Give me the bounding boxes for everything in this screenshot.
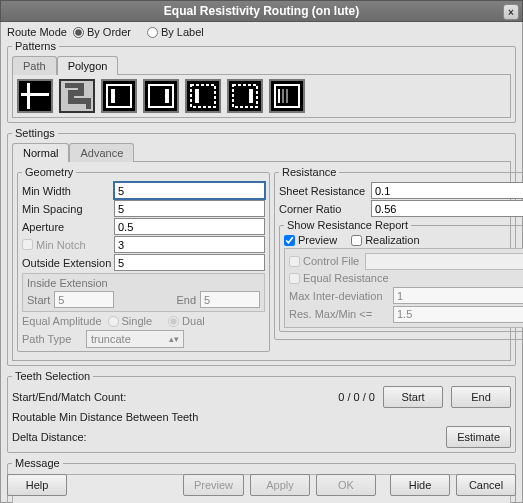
min-notch-input[interactable] — [114, 236, 265, 253]
help-button[interactable]: Help — [7, 474, 67, 496]
report-sub-group: Control File … Equal Resistance Max Inte… — [284, 248, 523, 328]
min-spacing-label: Min Spacing — [22, 203, 114, 215]
max-inter-dev-input — [393, 287, 523, 304]
inside-start-input — [54, 291, 114, 308]
teeth-end-button[interactable]: End — [451, 386, 511, 408]
preview-button[interactable]: Preview — [183, 474, 244, 496]
resistance-legend: Resistance — [279, 166, 339, 178]
pattern-swatch-3[interactable] — [101, 79, 137, 113]
svg-rect-9 — [233, 85, 257, 107]
route-mode-by-order[interactable]: By Order — [73, 26, 131, 38]
estimate-button[interactable]: Estimate — [446, 426, 511, 448]
control-file-input — [365, 253, 523, 270]
pattern-swatch-5[interactable] — [185, 79, 221, 113]
res-maxmin-input — [393, 306, 523, 323]
tab-polygon[interactable]: Polygon — [57, 56, 119, 75]
path-type-combo: truncate ▴▾ — [86, 330, 184, 348]
svg-rect-1 — [21, 93, 27, 96]
min-notch-check[interactable]: Min Notch — [22, 239, 114, 251]
outside-ext-input[interactable] — [114, 254, 265, 271]
cancel-button[interactable]: Cancel — [456, 474, 516, 496]
svg-rect-7 — [191, 85, 215, 107]
min-width-label: Min Width — [22, 185, 114, 197]
button-bar: Help Preview Apply OK Hide Cancel — [7, 474, 516, 496]
teeth-start-button[interactable]: Start — [383, 386, 443, 408]
pattern-swatch-2[interactable] — [59, 79, 95, 113]
equal-amplitude-row: Equal Amplitude Single Dual — [22, 315, 265, 327]
ok-button[interactable]: OK — [316, 474, 376, 496]
delta-distance-label: Delta Distance: — [12, 431, 438, 443]
geometry-legend: Geometry — [22, 166, 76, 178]
routable-label: Routable Min Distance Between Teeth — [12, 411, 511, 423]
chevron-updown-icon: ▴▾ — [169, 334, 179, 344]
inside-end-input — [200, 291, 260, 308]
tab-path[interactable]: Path — [12, 56, 57, 75]
titlebar: Equal Resistivity Routing (on lute) × — [0, 0, 523, 22]
pattern-swatch-7[interactable] — [269, 79, 305, 113]
route-mode-by-label[interactable]: By Label — [147, 26, 204, 38]
svg-rect-6 — [165, 89, 169, 103]
by-order-radio[interactable] — [73, 27, 84, 38]
svg-rect-4 — [111, 89, 115, 103]
min-spacing-input[interactable] — [114, 200, 265, 217]
svg-rect-8 — [195, 89, 199, 103]
hide-button[interactable]: Hide — [390, 474, 450, 496]
start-end-match-value: 0 / 0 / 0 — [338, 391, 375, 403]
realization-check[interactable]: Realization — [351, 234, 419, 246]
preview-check[interactable]: Preview — [284, 234, 337, 246]
inside-extension-group: Inside Extension Start End — [22, 273, 265, 312]
aperture-label: Aperture — [22, 221, 114, 233]
svg-rect-0 — [27, 83, 30, 109]
patterns-tabbar: Path Polygon — [12, 56, 511, 75]
tab-advance[interactable]: Advance — [69, 143, 134, 162]
settings-panel: Geometry Min Width Min Spacing Aperture — [12, 161, 511, 361]
route-mode-row: Route Mode By Order By Label — [7, 26, 516, 38]
svg-rect-5 — [149, 85, 173, 107]
geometry-group: Geometry Min Width Min Spacing Aperture — [17, 166, 270, 352]
aperture-input[interactable] — [114, 218, 265, 235]
corner-ratio-input[interactable] — [371, 200, 523, 217]
teeth-group: Teeth Selection Start/End/Match Count: 0… — [7, 370, 516, 453]
resistance-group: Resistance Sheet Resistance Corner Ratio… — [274, 166, 523, 340]
window-title: Equal Resistivity Routing (on lute) — [164, 4, 359, 18]
equal-resistance-check: Equal Resistance — [289, 272, 389, 284]
svg-rect-10 — [249, 89, 253, 103]
start-end-match-label: Start/End/Match Count: — [12, 391, 330, 403]
outside-ext-label: Outside Extension — [22, 257, 114, 269]
route-mode-label: Route Mode — [7, 26, 67, 38]
settings-group: Settings Normal Advance Geometry Min Wid… — [7, 127, 516, 366]
close-icon: × — [508, 7, 514, 18]
by-label-radio[interactable] — [147, 27, 158, 38]
tab-normal[interactable]: Normal — [12, 143, 69, 162]
settings-legend: Settings — [12, 127, 58, 139]
patterns-panel — [12, 74, 511, 118]
svg-rect-2 — [30, 93, 49, 96]
sheet-resistance-input[interactable] — [371, 182, 523, 199]
pattern-swatch-4[interactable] — [143, 79, 179, 113]
patterns-group: Patterns Path Polygon — [7, 40, 516, 123]
patterns-legend: Patterns — [12, 40, 59, 52]
pattern-swatch-6[interactable] — [227, 79, 263, 113]
control-file-check: Control File — [289, 255, 359, 267]
svg-rect-3 — [107, 85, 131, 107]
resistance-report-group: Show Resistance Report Preview Realizati… — [279, 219, 523, 332]
window-close-button[interactable]: × — [503, 4, 519, 20]
min-width-input[interactable] — [114, 182, 265, 199]
pattern-swatch-1[interactable] — [17, 79, 53, 113]
apply-button[interactable]: Apply — [250, 474, 310, 496]
